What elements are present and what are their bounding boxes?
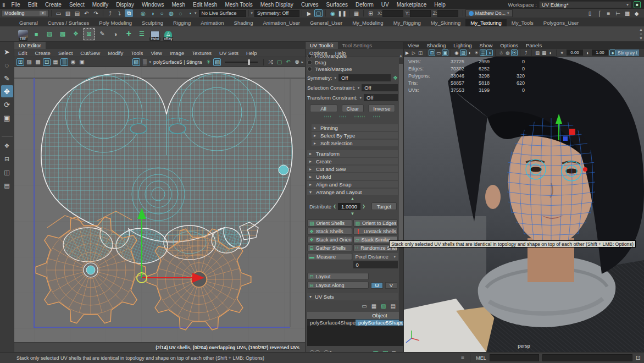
shelf-item-plus[interactable]: ✚ bbox=[123, 28, 135, 41]
shelf-item-pen[interactable]: ✎ bbox=[96, 28, 108, 41]
duplicate-uvset-icon[interactable]: ▧ bbox=[381, 303, 386, 309]
menu-windows[interactable]: Windows bbox=[138, 2, 168, 8]
tab-tool-settings[interactable]: Tool Settings bbox=[338, 42, 376, 49]
snap-projected-center-icon[interactable]: ◍ bbox=[167, 9, 175, 17]
shelf-tab-sculpting[interactable]: Sculpting bbox=[137, 19, 168, 26]
multisample-icon[interactable]: ◍ bbox=[504, 50, 511, 56]
layout-two-pane-icon[interactable]: ◫ bbox=[1, 166, 13, 178]
section-transform[interactable]: Transform bbox=[307, 150, 398, 157]
shelf-item-sphere-pen[interactable]: ◑ bbox=[109, 28, 121, 41]
select-hierarchy-icon[interactable]: ⤵ bbox=[115, 9, 124, 17]
uve-menu-tools[interactable]: Tools bbox=[127, 50, 147, 56]
distribute-down-chevron-icon[interactable]: ▼ bbox=[307, 212, 398, 216]
menu-edit[interactable]: Edit bbox=[24, 2, 41, 8]
render-icon[interactable]: ◉ bbox=[329, 9, 337, 17]
texture-chevron-icon[interactable]: ▾ bbox=[149, 60, 152, 64]
menu-curves[interactable]: Curves bbox=[297, 2, 323, 8]
graph-icon[interactable]: ≡ bbox=[604, 9, 613, 17]
mode-pick-marquee[interactable]: Pick/Marquee bbox=[307, 55, 398, 59]
create-uvset-icon[interactable]: ▭ bbox=[362, 303, 367, 309]
shelf-tab-my-rigging[interactable]: My_Rigging bbox=[388, 19, 426, 26]
layout-four-pane-icon[interactable]: ⊟ bbox=[1, 153, 13, 165]
motion-blur-icon[interactable]: ☃ bbox=[498, 50, 504, 56]
live-surface-field[interactable]: No Live Surface bbox=[199, 10, 246, 17]
menu-deform[interactable]: Deform bbox=[352, 2, 377, 8]
xray-joints-icon[interactable]: ▦ bbox=[541, 50, 547, 56]
shelf-tab-shading[interactable]: Shading bbox=[229, 19, 258, 26]
selection-constraint-dropdown[interactable]: Off bbox=[362, 84, 398, 91]
screen-space-ao-icon[interactable]: ◑ bbox=[486, 50, 493, 56]
renderer-label[interactable]: Stingray t bbox=[616, 50, 639, 56]
camera-icon[interactable]: ▶ bbox=[404, 50, 410, 56]
exposure-toggle-icon[interactable]: ⚭ bbox=[559, 50, 565, 56]
toolbar-overflow-icon[interactable]: ▸ bbox=[301, 60, 303, 64]
camera-lock-icon[interactable]: ▷ bbox=[410, 50, 417, 56]
camera-attrs-icon[interactable]: ◫ bbox=[417, 50, 424, 56]
rotate-tool-icon[interactable]: ⟳ bbox=[1, 98, 13, 111]
layout-along-v-button[interactable]: V bbox=[385, 282, 397, 289]
uv-sets-section-header[interactable]: UV Sets bbox=[307, 293, 398, 300]
mode-tweak-marquee[interactable]: Tweak/Marquee bbox=[307, 65, 398, 72]
uve-menu-uv-sets[interactable]: UV Sets bbox=[215, 50, 242, 56]
shelf-item-stack[interactable]: ☰ bbox=[136, 28, 148, 41]
resolution-gate-icon[interactable]: ▣ bbox=[442, 50, 448, 56]
layout-along-u-button[interactable]: U bbox=[371, 282, 383, 289]
select-inverse-button[interactable]: Inverse bbox=[368, 105, 395, 112]
lasso-tool-icon[interactable]: ◌ bbox=[1, 59, 13, 71]
menu-edit-mesh[interactable]: Edit Mesh bbox=[189, 2, 221, 8]
gamma-field[interactable]: 1.00 bbox=[592, 50, 608, 56]
isolate-select-icon[interactable]: ⤴ bbox=[523, 50, 529, 56]
symmetry-uv-icon[interactable]: ❖ bbox=[393, 75, 398, 81]
workspace-selector[interactable]: UV Editing* ▾ bbox=[539, 1, 631, 8]
window-menu-icon[interactable]: ▮ bbox=[0, 2, 8, 8]
shelf-tab-animation[interactable]: Animation bbox=[196, 19, 229, 26]
select-tool-icon[interactable]: ➤ bbox=[1, 46, 13, 58]
uv-distortion-icon[interactable]: ▦ bbox=[52, 58, 59, 66]
move-tool-icon[interactable]: ✥ bbox=[1, 85, 13, 97]
symmetry-field[interactable]: Symmetry: Off bbox=[254, 10, 299, 17]
menu-surfaces[interactable]: Surfaces bbox=[323, 2, 352, 8]
checker-map-icon[interactable]: ▒ bbox=[141, 58, 149, 66]
section-create[interactable]: Create bbox=[307, 158, 398, 164]
menu-file[interactable]: File bbox=[8, 2, 24, 8]
tab-uv-toolkit[interactable]: UV Toolkit bbox=[306, 42, 338, 49]
wireframe-on-shaded-icon[interactable]: ▨ bbox=[460, 50, 467, 56]
target-button[interactable]: Target bbox=[371, 202, 397, 210]
open-scene-icon[interactable]: ▧ bbox=[64, 9, 72, 17]
snap-point-icon[interactable]: ○ bbox=[158, 9, 166, 17]
layout-single-pane-icon[interactable]: ❖ bbox=[1, 140, 13, 152]
shelf-item-uv-grid[interactable]: ⊠ bbox=[83, 28, 95, 41]
scroll-down-icon[interactable]: ▼ bbox=[639, 36, 643, 41]
gather-shells-button[interactable]: ⊟Gather Shells bbox=[307, 244, 352, 251]
orient-shells-button[interactable]: ▨Orient Shells bbox=[307, 219, 352, 227]
menu-marketplace[interactable]: Marketplace bbox=[393, 2, 430, 8]
snap-live-icon[interactable]: ◔ bbox=[186, 9, 194, 17]
vp-menu-lighting[interactable]: Lighting bbox=[449, 42, 475, 48]
new-scene-icon[interactable]: ▭ bbox=[54, 9, 63, 17]
shelf-tab-polygons-user[interactable]: Polygons_User bbox=[538, 19, 584, 26]
menu-select[interactable]: Select bbox=[65, 2, 88, 8]
shelf-item-poly-3[interactable]: ▩ bbox=[57, 28, 69, 41]
command-history-icon[interactable]: ≣ bbox=[461, 355, 465, 360]
textured-icon[interactable]: ◐ bbox=[467, 50, 473, 56]
xray-icon[interactable]: ▧ bbox=[534, 50, 541, 56]
section-cut-and-sew[interactable]: Cut and Sew bbox=[307, 166, 398, 172]
convert-to-edge-icon[interactable]: ∷∷ bbox=[340, 114, 347, 120]
shelf-scroll-arrows[interactable]: ▲ ○ ▼ bbox=[639, 28, 643, 41]
section-align-and-snap[interactable]: Align and Snap bbox=[307, 181, 398, 188]
section-soft-selection[interactable]: Soft Selection bbox=[312, 140, 398, 146]
uve-menu-edit[interactable]: Edit bbox=[14, 50, 31, 56]
convert-to-face-icon[interactable]: ∷∷∷ bbox=[354, 114, 365, 120]
chevron-down-icon[interactable]: ▾ bbox=[358, 86, 360, 90]
grid-toggle-icon[interactable]: ⊞ bbox=[429, 50, 435, 56]
shelf-item-poly-2[interactable]: ▨ bbox=[43, 28, 55, 41]
shelf-tab-general[interactable]: General bbox=[14, 19, 43, 26]
menu-mesh[interactable]: Mesh bbox=[168, 2, 189, 8]
shelf-item-xray[interactable]: △xRay bbox=[162, 28, 174, 41]
uv-canvas[interactable] bbox=[14, 67, 305, 342]
shadows-icon[interactable]: ▒ bbox=[480, 50, 486, 56]
sort-icon[interactable]: ▦ bbox=[352, 9, 360, 17]
film-gate-icon[interactable]: ▭ bbox=[435, 50, 442, 56]
uv-grid-icon[interactable]: ⊞ bbox=[16, 58, 24, 66]
y-input[interactable] bbox=[410, 10, 431, 17]
